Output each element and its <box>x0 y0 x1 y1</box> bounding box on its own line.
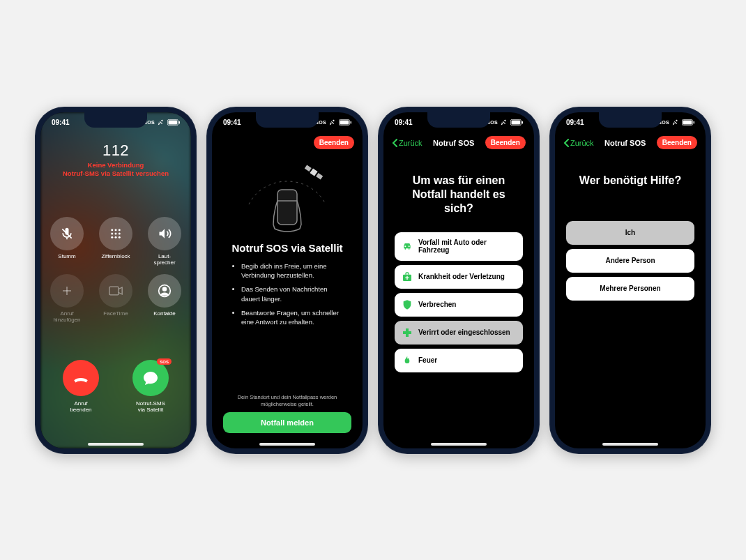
shield-icon <box>402 299 413 310</box>
call-status-line2: Notruf-SMS via Satellit versuchen <box>40 169 191 178</box>
home-indicator[interactable] <box>602 443 658 446</box>
plus-icon <box>61 285 73 297</box>
svg-point-4 <box>111 229 113 231</box>
cross-icon <box>402 327 413 338</box>
home-indicator[interactable] <box>88 443 144 446</box>
sos-sms-button[interactable]: SOS <box>132 360 169 396</box>
end-button[interactable]: Beenden <box>314 136 354 149</box>
nav-title: Notruf SOS <box>433 139 474 147</box>
battery-icon <box>510 119 523 126</box>
hangup-label: Anruf beenden <box>70 400 91 413</box>
facetime-icon <box>109 286 123 296</box>
option-label: Ich <box>625 229 635 236</box>
medical-icon <box>402 271 413 282</box>
option-label: Verbrechen <box>418 301 456 308</box>
option-label: Krankheit oder Verletzung <box>418 273 505 280</box>
intro-title: Notruf SOS via Satellit <box>212 242 363 254</box>
end-button[interactable]: Beenden <box>657 136 697 149</box>
svg-rect-26 <box>512 121 521 125</box>
mute-button[interactable] <box>50 217 84 250</box>
option-vehicle[interactable]: Vorfall mit Auto oder Fahrzeug <box>395 232 523 261</box>
chevron-left-icon <box>392 139 397 147</box>
phone-call-failed: 09:41 SOS 112 Keine Verbindung Notruf-SM… <box>35 107 197 454</box>
option-medical[interactable]: Krankheit oder Verletzung <box>395 265 523 289</box>
option-label: Andere Person <box>605 257 655 264</box>
phone-sos-intro: 09:41 SOS Beenden <box>206 107 368 454</box>
report-emergency-button[interactable]: Notfall melden <box>223 412 351 433</box>
chevron-left-icon <box>563 139 569 147</box>
dialed-number: 112 <box>40 142 191 160</box>
sos-badge: SOS <box>157 358 172 365</box>
battery-icon <box>167 119 180 126</box>
contacts-label: Kontakte <box>153 310 176 317</box>
svg-point-7 <box>111 232 113 234</box>
svg-rect-19 <box>340 121 349 125</box>
svg-point-12 <box>119 236 121 238</box>
svg-point-9 <box>119 232 121 234</box>
svg-rect-31 <box>694 121 695 124</box>
back-button[interactable]: Zurück <box>392 139 423 147</box>
satellite-icon <box>158 119 165 126</box>
svg-point-17 <box>163 287 167 291</box>
message-icon <box>142 370 159 386</box>
hangup-icon <box>72 369 90 387</box>
option-label: Feuer <box>418 356 437 364</box>
keypad-icon <box>109 227 122 240</box>
satellite-icon <box>501 119 508 126</box>
hangup-button[interactable] <box>63 360 99 396</box>
keypad-label: Ziffernblock <box>101 253 130 259</box>
question-text: Um was für einen Notfall handelt es sich… <box>397 174 520 215</box>
svg-rect-22 <box>305 165 312 172</box>
svg-rect-24 <box>277 190 297 225</box>
call-status-line1: Keine Verbindung <box>40 161 191 169</box>
nav-title: Notruf SOS <box>604 139 646 147</box>
satellite-illustration <box>212 156 363 239</box>
option-label: Vorfall mit Auto oder Fahrzeug <box>418 239 516 255</box>
add-call-label: Anruf hinzufügen <box>53 310 80 323</box>
svg-rect-1 <box>169 121 178 125</box>
flame-icon <box>402 355 413 366</box>
svg-rect-2 <box>179 121 181 124</box>
svg-point-5 <box>115 229 117 231</box>
end-button[interactable]: Beenden <box>485 136 526 149</box>
intro-bullet: Das Senden von Nachrichten dauert länger… <box>241 285 344 304</box>
home-indicator[interactable] <box>259 443 315 446</box>
svg-rect-20 <box>351 121 352 124</box>
battery-icon <box>339 119 351 126</box>
option-lost[interactable]: Verirrt oder eingeschlossen <box>395 321 523 345</box>
svg-point-10 <box>111 236 113 238</box>
option-fire[interactable]: Feuer <box>395 349 523 372</box>
mute-label: Stumm <box>58 253 75 259</box>
back-button[interactable]: Zurück <box>563 139 594 147</box>
home-indicator[interactable] <box>431 443 487 446</box>
contacts-button[interactable] <box>148 274 181 308</box>
option-label: Mehrere Personen <box>600 285 660 292</box>
question-text: Wer benötigt Hilfe? <box>569 174 692 188</box>
speaker-button[interactable] <box>148 217 181 250</box>
facetime-label: FaceTime <box>103 310 128 317</box>
option-label: Verirrt oder eingeschlossen <box>418 328 510 336</box>
speaker-label: Laut- sprecher <box>153 253 175 266</box>
svg-rect-27 <box>522 121 524 124</box>
back-label: Zurück <box>570 139 594 147</box>
option-other-person[interactable]: Andere Person <box>566 249 694 273</box>
intro-bullet-list: Begib dich ins Freie, um eine Verbindung… <box>233 262 344 332</box>
status-time: 09:41 <box>395 119 413 126</box>
option-me[interactable]: Ich <box>566 221 694 245</box>
svg-rect-30 <box>683 121 692 125</box>
car-icon <box>402 241 413 252</box>
option-crime[interactable]: Verbrechen <box>395 293 523 317</box>
battery-icon <box>682 119 694 126</box>
facetime-button <box>99 274 132 308</box>
sos-sms-label: Notruf-SMS via Satellit <box>136 400 165 413</box>
speaker-icon <box>158 227 172 241</box>
mute-icon <box>60 227 74 241</box>
option-multiple-people[interactable]: Mehrere Personen <box>566 277 694 301</box>
svg-rect-15 <box>109 287 119 295</box>
svg-point-6 <box>119 229 121 231</box>
intro-bullet: Begib dich ins Freie, um eine Verbindung… <box>241 262 344 281</box>
contacts-icon <box>158 284 172 298</box>
satellite-icon <box>329 119 336 126</box>
phone-who-needs-help: 09:41 SOS Zurück Notruf SOS Beenden Wer … <box>549 107 711 454</box>
keypad-button[interactable] <box>99 217 132 250</box>
